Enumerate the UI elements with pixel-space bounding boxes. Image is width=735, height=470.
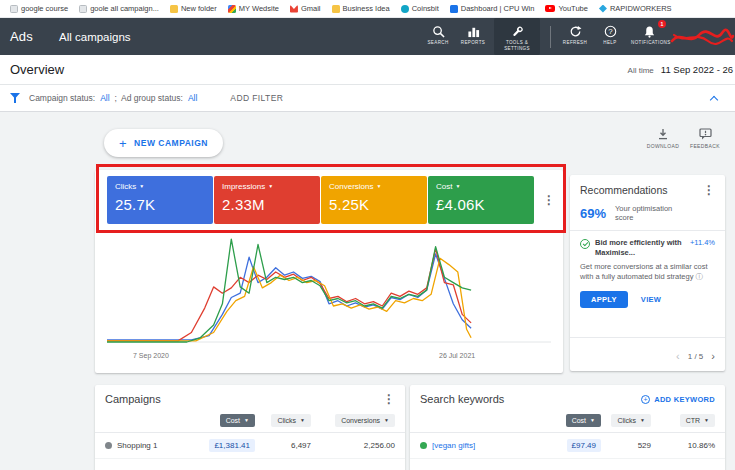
recommendations-title: Recommendations (580, 184, 668, 196)
metric-label: Conversions (329, 182, 373, 191)
page-title: All campaigns (59, 31, 131, 43)
bookmark-item[interactable]: Coinsbit (401, 4, 439, 13)
column-label: Clicks (277, 417, 296, 424)
new-campaign-button[interactable]: + NEW CAMPAIGN (104, 129, 223, 157)
download-label: DOWNLOAD (647, 143, 680, 149)
feedback-button[interactable]: FEEDBACK (682, 128, 728, 149)
plus-circle-icon: + (641, 395, 650, 404)
recommendations-card: Recommendations ⋮ 69% Your optimisation … (570, 175, 725, 371)
bookmark-item[interactable]: google course (10, 4, 68, 13)
ads-logo[interactable]: Ads (10, 29, 33, 44)
main-content: + NEW CAMPAIGN DOWNLOAD FEEDBACK Clicks▼… (0, 112, 735, 470)
document-icon (79, 5, 87, 13)
pager-next-icon[interactable]: › (711, 351, 715, 362)
overview-chart (107, 232, 551, 346)
bookmark-label: Coinsbit (412, 4, 439, 13)
bookmark-item[interactable]: New folder (170, 4, 217, 13)
add-filter-button[interactable]: ADD FILTER (230, 93, 283, 103)
refresh-label: REFRESH (563, 40, 587, 46)
download-button[interactable]: DOWNLOAD (640, 128, 686, 149)
folder-icon (332, 5, 340, 13)
info-icon[interactable]: ⓘ (696, 272, 704, 281)
x-axis-tick-start: 7 Sep 2020 (133, 352, 169, 359)
pager-previous-icon[interactable]: ‹ (676, 351, 680, 362)
ctr-cell: 10.86% (688, 441, 715, 450)
uplift-value: +11.4% (690, 238, 715, 247)
download-icon (657, 128, 669, 140)
clicks-cell: 529 (638, 441, 651, 450)
view-button[interactable]: VIEW (641, 295, 661, 304)
bookmark-label: YouTube (558, 4, 587, 13)
folder-icon (170, 5, 178, 13)
column-select-cost[interactable]: Cost▼ (220, 414, 255, 427)
add-keyword-button[interactable]: + ADD KEYWORD (641, 395, 715, 404)
search-keywords-panel: Search keywords + ADD KEYWORD Cost▼ Clic… (410, 385, 725, 470)
website-icon (228, 5, 236, 13)
section-title: Overview (10, 62, 64, 77)
reports-icon (467, 25, 480, 38)
metric-card-impressions[interactable]: Impressions▼ 2.33M (214, 176, 320, 224)
recommendation-title: Bid more efficiently with Maximise... (595, 238, 685, 258)
metric-card-cost[interactable]: Cost▼ £4.06K (428, 176, 534, 224)
reports-button[interactable]: REPORTS (459, 18, 487, 56)
dropdown-arrow-icon: ▼ (376, 184, 381, 189)
feedback-icon (699, 128, 712, 140)
help-icon: ? (604, 25, 617, 38)
metric-card-conversions[interactable]: Conversions▼ 5.25K (321, 176, 427, 224)
bookmark-item[interactable]: MY Wedsite (228, 4, 279, 13)
campaign-status-value-link[interactable]: All (100, 93, 109, 103)
help-label: HELP (603, 40, 616, 46)
dropdown-arrow-icon: ▼ (139, 184, 144, 189)
adgroup-status-value-link[interactable]: All (188, 93, 197, 103)
overview-chart-card: Clicks▼ 25.7K Impressions▼ 2.33M Convers… (95, 170, 563, 373)
add-keyword-label: ADD KEYWORD (654, 395, 715, 404)
score-value: 69% (580, 206, 606, 221)
header-actions: SEARCH REPORTS TOOLS & SETTINGS REFRESH … (424, 18, 667, 56)
keyword-link[interactable]: [vegan gifts] (432, 441, 475, 450)
bookmark-item[interactable]: YouTube (545, 4, 587, 13)
tools-settings-button[interactable]: TOOLS & SETTINGS (494, 18, 540, 56)
bookmark-item[interactable]: Gmail (290, 4, 321, 13)
overview-card-menu-icon[interactable]: ⋮ (543, 194, 555, 206)
apply-button[interactable]: APPLY (580, 291, 628, 308)
column-select-conversions[interactable]: Conversions▼ (335, 414, 395, 427)
campaigns-menu-icon[interactable]: ⋮ (383, 393, 395, 405)
date-range-selector[interactable]: All time 11 Sep 2022 - 26 (628, 64, 735, 75)
column-select-clicks[interactable]: Clicks▼ (271, 414, 311, 427)
column-select-ctr[interactable]: CTR▼ (680, 414, 715, 427)
notification-badge: 1 (658, 20, 666, 28)
x-axis-tick-end: 26 Jul 2021 (439, 352, 475, 359)
dropdown-arrow-icon: ▼ (704, 418, 709, 423)
dropdown-arrow-icon: ▼ (244, 418, 249, 423)
collapse-chevron-icon[interactable] (710, 95, 718, 103)
metric-label: Impressions (222, 182, 265, 191)
date-range-value: 11 Sep 2022 - 26 (661, 64, 733, 75)
column-headers: Cost▼ Clicks▼ CTR▼ (410, 411, 725, 433)
bookmark-item[interactable]: RAPIDWORKERS (599, 4, 672, 13)
svg-text:?: ? (608, 27, 613, 36)
dropdown-arrow-icon: ▼ (268, 184, 273, 189)
help-button[interactable]: ? HELP (596, 18, 624, 56)
filter-bar: Campaign status: All ; Ad group status: … (0, 85, 735, 112)
notifications-button[interactable]: 1 NOTIFICATIONS (631, 18, 667, 56)
bookmark-label: New folder (181, 4, 217, 13)
column-select-cost[interactable]: Cost▼ (566, 414, 601, 427)
table-row: Shopping 1 £1,381.41 6,497 2,256.00 (95, 433, 405, 459)
recommendations-menu-icon[interactable]: ⋮ (703, 184, 715, 196)
coin-icon (401, 5, 409, 13)
bookmark-item[interactable]: Business Idea (332, 4, 390, 13)
document-icon (10, 5, 18, 13)
feedback-label: FEEDBACK (690, 143, 720, 149)
metric-card-clicks[interactable]: Clicks▼ 25.7K (107, 176, 213, 224)
bookmark-item[interactable]: goole all campaign... (79, 4, 159, 13)
pager-position: 1 / 5 (688, 352, 704, 361)
notifications-bell-icon (643, 25, 656, 38)
tools-icon (511, 25, 524, 38)
search-button[interactable]: SEARCH (424, 18, 452, 56)
campaign-name-link[interactable]: Shopping 1 (117, 441, 157, 450)
dropdown-arrow-icon: ▼ (384, 418, 389, 423)
column-select-clicks[interactable]: Clicks▼ (611, 414, 651, 427)
refresh-button[interactable]: REFRESH (561, 18, 589, 56)
bookmark-item[interactable]: Dashboard | CPU Win (450, 4, 535, 13)
metric-value: 2.33M (222, 196, 312, 213)
